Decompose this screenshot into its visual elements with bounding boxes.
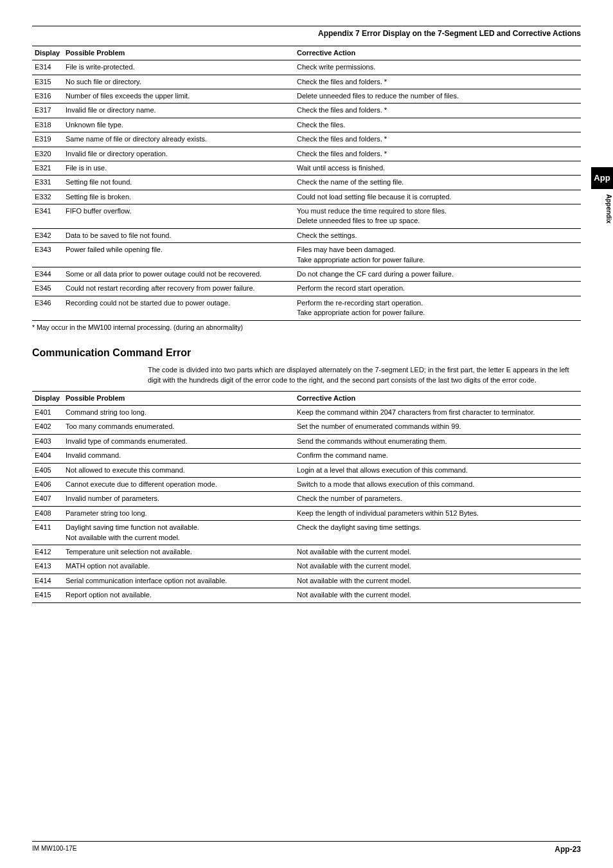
cell-action: Not available with the current model. — [294, 574, 581, 588]
cell-action: Keep the length of individual parameters… — [294, 506, 581, 520]
cell-action: Check write permissions. — [294, 60, 581, 75]
table-row: E345Could not restart recording after re… — [32, 282, 581, 296]
cell-problem: Number of files exceeds the upper limit. — [63, 89, 294, 103]
cell-action: You must reduce the time required to sto… — [294, 204, 581, 229]
cell-action: Check the number of parameters. — [294, 492, 581, 506]
cell-action: Could not load setting file because it i… — [294, 190, 581, 204]
cell-action: Switch to a mode that allows execution o… — [294, 478, 581, 492]
table-row: E319Same name of file or directory alrea… — [32, 132, 581, 147]
cell-action: Check the files. — [294, 118, 581, 132]
table-row: E406Cannot execute due to different oper… — [32, 478, 581, 492]
table-row: E343Power failed while opening file.File… — [32, 243, 581, 267]
cell-display: E414 — [32, 574, 63, 588]
cell-display: E317 — [32, 104, 63, 118]
cell-display: E341 — [32, 204, 63, 229]
table-row: E341FIFO buffer overflow.You must reduce… — [32, 204, 581, 229]
cell-problem: Same name of file or directory already e… — [63, 132, 294, 147]
table-row: E320Invalid file or directory operation.… — [32, 147, 581, 161]
cell-problem: Unknown file type. — [63, 118, 294, 132]
table-row: E412Temperature unit selection not avail… — [32, 545, 581, 559]
cell-problem: Daylight saving time function not availa… — [63, 521, 294, 545]
cell-action: Set the number of enumerated commands wi… — [294, 420, 581, 434]
cell-problem: Setting file not found. — [63, 176, 294, 190]
cell-problem: MATH option not available. — [63, 559, 294, 574]
th-display: Display — [32, 46, 63, 60]
cell-problem: Recording could not be started due to po… — [63, 296, 294, 320]
cell-display: E415 — [32, 588, 63, 602]
th-display: Display — [32, 391, 63, 405]
cell-display: E403 — [32, 434, 63, 448]
table-row: E402Too many commands enumerated.Set the… — [32, 420, 581, 434]
table-row: E413MATH option not available.Not availa… — [32, 559, 581, 574]
page-header-title: Appendix 7 Error Display on the 7-Segmen… — [32, 28, 581, 39]
table-row: E332Setting file is broken.Could not loa… — [32, 190, 581, 204]
cell-display: E407 — [32, 492, 63, 506]
cell-action: Check the settings. — [294, 228, 581, 242]
cell-problem: Some or all data prior to power outage c… — [63, 267, 294, 282]
cell-action: Send the commands without enumerating th… — [294, 434, 581, 448]
cell-display: E318 — [32, 118, 63, 132]
th-problem: Possible Problem — [63, 46, 294, 60]
error-table-1: Display Possible Problem Corrective Acti… — [32, 46, 581, 321]
side-app-label: App — [591, 167, 613, 189]
cell-action: Confirm the command name. — [294, 449, 581, 463]
cell-problem: Invalid type of commands enumerated. — [63, 434, 294, 448]
cell-action: Check the files and folders. * — [294, 104, 581, 118]
footer-right: App-23 — [555, 844, 581, 855]
cell-display: E331 — [32, 176, 63, 190]
cell-problem: Invalid command. — [63, 449, 294, 463]
cell-display: E345 — [32, 282, 63, 296]
table-row: E401Command string too long.Keep the com… — [32, 406, 581, 420]
cell-display: E320 — [32, 147, 63, 161]
cell-problem: Power failed while opening file. — [63, 243, 294, 267]
error-table-2: Display Possible Problem Corrective Acti… — [32, 391, 581, 603]
cell-display: E413 — [32, 559, 63, 574]
cell-problem: Temperature unit selection not available… — [63, 545, 294, 559]
cell-display: E342 — [32, 228, 63, 242]
cell-display: E346 — [32, 296, 63, 320]
cell-problem: Report option not available. — [63, 588, 294, 602]
cell-problem: Too many commands enumerated. — [63, 420, 294, 434]
cell-problem: Parameter string too long. — [63, 506, 294, 520]
cell-problem: Could not restart recording after recove… — [63, 282, 294, 296]
page-footer: IM MW100-17E App-23 — [32, 841, 581, 855]
cell-action: Perform the re-recording start operation… — [294, 296, 581, 320]
side-tab: App Appendix — [591, 167, 613, 224]
cell-display: E412 — [32, 545, 63, 559]
cell-problem: Not allowed to execute this command. — [63, 463, 294, 477]
footer-left: IM MW100-17E — [32, 844, 76, 855]
cell-display: E404 — [32, 449, 63, 463]
cell-action: Login at a level that allows execution o… — [294, 463, 581, 477]
cell-problem: Invalid number of parameters. — [63, 492, 294, 506]
cell-action: Not available with the current model. — [294, 545, 581, 559]
table-row: E415Report option not available.Not avai… — [32, 588, 581, 602]
cell-action: Check the files and folders. * — [294, 75, 581, 89]
cell-problem: Data to be saved to file not found. — [63, 228, 294, 242]
section-intro: The code is divided into two parts which… — [148, 365, 581, 386]
cell-display: E315 — [32, 75, 63, 89]
cell-problem: Setting file is broken. — [63, 190, 294, 204]
cell-problem: Cannot execute due to different operatio… — [63, 478, 294, 492]
section-heading-comm-error: Communication Command Error — [32, 346, 581, 360]
cell-action: Wait until access is finished. — [294, 161, 581, 175]
cell-display: E332 — [32, 190, 63, 204]
cell-display: E319 — [32, 132, 63, 147]
table-row: E408Parameter string too long.Keep the l… — [32, 506, 581, 520]
cell-display: E343 — [32, 243, 63, 267]
table-row: E342Data to be saved to file not found.C… — [32, 228, 581, 242]
table-row: E407Invalid number of parameters.Check t… — [32, 492, 581, 506]
table-row: E404Invalid command.Confirm the command … — [32, 449, 581, 463]
cell-problem: File is write-protected. — [63, 60, 294, 75]
table-row: E344Some or all data prior to power outa… — [32, 267, 581, 282]
cell-display: E402 — [32, 420, 63, 434]
table-row: E315No such file or directory.Check the … — [32, 75, 581, 89]
cell-action: Files may have been damaged. Take approp… — [294, 243, 581, 267]
cell-display: E411 — [32, 521, 63, 545]
cell-action: Perform the record start operation. — [294, 282, 581, 296]
cell-problem: Invalid file or directory operation. — [63, 147, 294, 161]
cell-display: E401 — [32, 406, 63, 420]
cell-problem: Serial communication interface option no… — [63, 574, 294, 588]
cell-display: E316 — [32, 89, 63, 103]
table-row: E405Not allowed to execute this command.… — [32, 463, 581, 477]
cell-action: Check the name of the setting file. — [294, 176, 581, 190]
